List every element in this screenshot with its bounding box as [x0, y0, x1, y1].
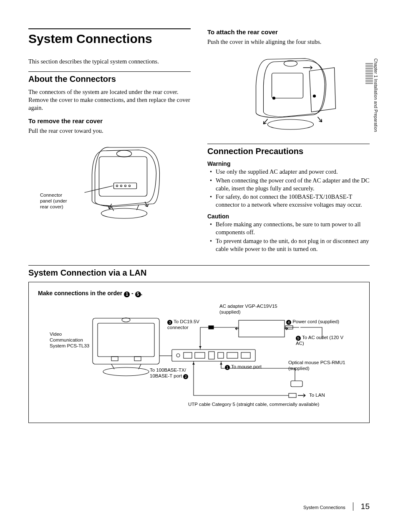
- warning-item: Use only the supplied AC adapter and pow…: [212, 168, 370, 176]
- section-rule: [207, 144, 370, 144]
- label-adapter: AC adapter VGP-AC19V15 (supplied): [219, 304, 286, 315]
- svg-point-19: [125, 185, 126, 187]
- svg-rect-35: [184, 352, 192, 358]
- svg-line-21: [85, 186, 113, 193]
- svg-rect-28: [98, 323, 154, 357]
- footer-divider: [353, 502, 353, 511]
- svg-rect-39: [227, 352, 238, 358]
- label-mouse-device: Optical mouse PCS-RMU1 (supplied): [288, 360, 355, 372]
- connector-panel-callout: Connector panel (under rear cover): [40, 193, 69, 210]
- label-outlet: 5 To AC outlet (120 V AC): [296, 335, 350, 347]
- svg-rect-33: [172, 350, 255, 361]
- intro-text: This section describes the typical syste…: [28, 58, 191, 66]
- svg-rect-36: [195, 352, 205, 358]
- lan-order-title: Make connections in the order 1 - 5.: [38, 290, 360, 297]
- caution-label: Caution: [207, 213, 370, 220]
- label-base-port: To 100BASE-TX/ 10BASE-T port 2: [150, 367, 200, 379]
- attach-body: Push the cover in while aligning the fou…: [207, 38, 370, 46]
- footer-section-label: System Connections: [303, 505, 345, 510]
- warning-list: Use only the supplied AC adapter and pow…: [207, 168, 370, 209]
- label-to-lan: To LAN: [309, 393, 325, 398]
- svg-point-17: [116, 185, 118, 187]
- svg-rect-42: [239, 320, 285, 337]
- svg-point-26: [313, 95, 316, 97]
- page-number: 15: [361, 502, 370, 511]
- attach-heading: To attach the rear cover: [207, 28, 370, 35]
- svg-rect-31: [134, 357, 141, 361]
- svg-rect-38: [218, 352, 224, 358]
- caution-item: To prevent damage to the unit, do not pl…: [212, 237, 370, 253]
- lan-diagram-box: Make connections in the order 1 - 5.: [28, 282, 370, 423]
- remove-body: Pull the rear cover toward you.: [28, 127, 191, 135]
- warning-label: Warning: [207, 160, 370, 167]
- about-heading: About the Connectors: [28, 74, 191, 84]
- svg-point-18: [121, 185, 122, 187]
- label-dc: 3 To DC19.5V connector: [167, 319, 213, 331]
- label-mouse-port: 1 To mouse port: [225, 364, 275, 370]
- section-rule: [28, 71, 191, 72]
- warning-item: When connecting the power cord of the AC…: [212, 177, 370, 193]
- label-utp: UTP cable Category 5 (straight cable, co…: [188, 402, 347, 408]
- svg-rect-30: [111, 357, 118, 361]
- svg-rect-16: [114, 183, 137, 189]
- svg-point-15: [101, 208, 147, 218]
- caution-item: Before making any connections, be sure t…: [212, 220, 370, 236]
- precautions-heading: Connection Precautions: [207, 147, 370, 156]
- svg-point-34: [176, 354, 180, 357]
- label-system: Video Communication System PCS-TL33: [50, 332, 91, 349]
- label-powercord: 4 Power cord (supplied): [286, 319, 349, 325]
- lan-diagram: Video Communication System PCS-TL33 AC a…: [38, 301, 360, 414]
- svg-rect-22: [272, 73, 303, 98]
- lan-heading: System Connection via a LAN: [28, 268, 370, 278]
- svg-rect-45: [291, 381, 302, 387]
- svg-rect-13: [99, 157, 147, 196]
- page-footer: System Connections 15: [303, 502, 370, 511]
- warning-item: For safety, do not connect the 100BASE-T…: [212, 193, 370, 209]
- page-title: System Connections: [28, 32, 191, 46]
- caution-list: Before making any connections, be sure t…: [207, 220, 370, 253]
- chapter-tab: Chapter 1 Installation and Preparation: [373, 58, 378, 132]
- svg-point-24: [268, 119, 314, 129]
- svg-point-25: [273, 97, 275, 99]
- svg-rect-37: [209, 352, 214, 359]
- section-rule: [28, 265, 370, 266]
- svg-rect-40: [241, 352, 250, 358]
- about-body: The connectors of the system are located…: [28, 88, 191, 112]
- title-rule: [28, 28, 191, 29]
- svg-point-20: [129, 185, 131, 187]
- remove-heading: To remove the rear cover: [28, 117, 191, 124]
- svg-rect-46: [289, 393, 296, 398]
- svg-point-32: [103, 367, 149, 376]
- attach-cover-illustration: [207, 50, 370, 138]
- remove-cover-illustration: Connector panel (under rear cover): [28, 139, 191, 227]
- svg-point-14: [117, 150, 132, 157]
- svg-rect-27: [93, 318, 159, 364]
